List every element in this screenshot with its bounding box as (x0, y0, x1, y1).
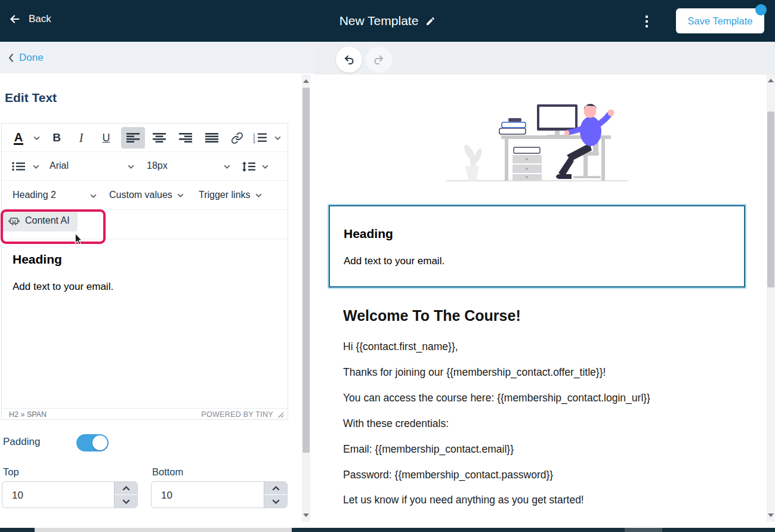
align-right-button[interactable] (174, 127, 197, 149)
bullet-list-chevron-icon[interactable] (29, 156, 42, 177)
bottom-scroll-track (0, 528, 35, 532)
back-label: Back (29, 13, 51, 25)
selected-text-block[interactable]: Heading Add text to your email. (329, 205, 745, 287)
custom-values-dropdown[interactable]: Custom values (109, 190, 184, 200)
editor-content-area[interactable]: Heading Add text to your email. (2, 239, 288, 408)
canvas-scrollbar-thumb[interactable] (767, 112, 774, 287)
scroll-down-arrow[interactable] (303, 514, 309, 517)
mouse-cursor-icon (74, 233, 84, 248)
padding-top-field (2, 481, 138, 508)
bottom-scroll-track (662, 528, 775, 532)
stepper-down-button[interactable] (115, 495, 137, 508)
ordered-list-chevron-icon[interactable] (270, 127, 285, 149)
bullet-list-button[interactable] (8, 156, 29, 177)
stepper-up-button[interactable] (264, 482, 287, 494)
font-size-chevron-icon[interactable] (220, 156, 233, 177)
email-paragraph[interactable]: With these credentials: (343, 417, 449, 430)
robot-icon (8, 215, 20, 227)
left-scrollbar-thumb[interactable] (302, 88, 310, 453)
line-height-chevron-icon[interactable] (258, 156, 271, 177)
custom-values-chevron-icon (177, 193, 184, 197)
block-format-chevron-icon[interactable] (87, 185, 100, 206)
padding-bottom-label: Bottom (152, 466, 183, 478)
block-body-text: Add text to your email. (344, 255, 444, 267)
editor-statusbar: H2 » SPAN POWERED BY TINY (2, 408, 288, 421)
block-format-dropdown[interactable]: Heading 2 (13, 190, 56, 200)
editor-heading[interactable]: Heading (13, 252, 62, 267)
email-paragraph[interactable]: Hi {{contact.first_name}}, (343, 341, 458, 353)
link-button[interactable] (226, 127, 248, 149)
line-height-button[interactable] (238, 156, 260, 177)
padding-top-label: Top (3, 466, 19, 478)
more-options-kebab-icon[interactable] (642, 14, 652, 29)
text-color-chevron-icon[interactable] (30, 127, 42, 149)
trigger-links-chevron-icon (255, 193, 262, 197)
scroll-up-arrow[interactable] (303, 79, 309, 83)
back-arrow-icon (7, 13, 23, 26)
toolbar-row-font: Arial 18px (2, 152, 288, 181)
resize-grip-icon[interactable] (277, 412, 284, 420)
padding-label: Padding (3, 436, 40, 448)
ordered-list-button[interactable]: 123 (249, 127, 270, 149)
padding-top-stepper (114, 482, 137, 508)
done-bar: Done (0, 42, 313, 73)
padding-bottom-field (151, 481, 288, 508)
desk-illustration (441, 100, 632, 187)
scroll-down-arrow[interactable] (768, 514, 774, 517)
bottom-scroll-track (292, 528, 625, 532)
stepper-down-button[interactable] (264, 495, 287, 508)
font-size-dropdown[interactable]: 18px (147, 160, 168, 171)
top-navbar (0, 0, 775, 42)
element-path[interactable]: H2 » SPAN (9, 410, 47, 419)
toolbar-row-formatting: A B I U 123 (2, 123, 288, 152)
scroll-up-arrow[interactable] (768, 79, 774, 82)
bottom-scrollbar-thumb[interactable] (35, 528, 292, 532)
canvas-scrollbar[interactable] (767, 75, 775, 522)
padding-bottom-stepper (264, 482, 287, 508)
justify-button[interactable] (200, 127, 224, 149)
email-paragraph[interactable]: You can access the course here: {{member… (343, 392, 650, 404)
content-ai-button[interactable]: Content AI (2, 210, 78, 231)
stepper-up-button[interactable] (115, 482, 137, 494)
redo-button[interactable] (366, 47, 392, 73)
content-ai-label: Content AI (25, 215, 70, 226)
powered-by-label: POWERED BY TINY (201, 410, 273, 419)
text-color-button[interactable]: A (7, 127, 30, 149)
chevron-left-icon (8, 54, 14, 62)
block-heading: Heading (344, 227, 393, 241)
underline-button[interactable]: U (95, 127, 117, 149)
undo-button[interactable] (336, 47, 362, 73)
padding-top-input[interactable] (11, 482, 97, 508)
padding-bottom-input[interactable] (160, 482, 246, 508)
back-button[interactable]: Back (7, 13, 51, 26)
bottom-scrollbar-thumb[interactable] (625, 528, 662, 532)
save-template-button[interactable]: Save Template (676, 8, 764, 33)
svg-text:3: 3 (253, 140, 255, 143)
italic-button[interactable]: I (70, 127, 92, 149)
email-paragraph[interactable]: Email: {{membership_contact.email}} (343, 443, 514, 456)
bold-button[interactable]: B (46, 127, 67, 149)
font-family-dropdown[interactable]: Arial (50, 160, 69, 171)
toolbar-row-ai: Content AI (2, 210, 288, 239)
toggle-knob (92, 435, 107, 450)
text-editor-widget: A B I U 123 Arial 18px (1, 123, 288, 420)
email-paragraph[interactable]: Let us know if you need anything as you … (343, 494, 584, 506)
email-paragraph[interactable]: Password: {{membership_contact.password}… (343, 469, 553, 481)
email-title[interactable]: Welcome To The Course! (343, 307, 521, 324)
email-paragraph[interactable]: Thanks for joining our {{membership_cont… (343, 366, 606, 379)
done-label: Done (19, 52, 44, 64)
toolbar-row-blocks: Heading 2 Custom values Trigger links (2, 181, 288, 210)
editor-body-text[interactable]: Add text to your email. (13, 281, 113, 293)
edit-title-pencil-icon[interactable] (425, 16, 436, 26)
left-panel-scrollbar[interactable] (302, 75, 310, 522)
font-family-chevron-icon[interactable] (124, 156, 137, 177)
done-button[interactable]: Done (8, 52, 44, 64)
padding-toggle[interactable] (76, 434, 109, 451)
notification-dot (755, 4, 767, 16)
trigger-links-dropdown[interactable]: Trigger links (199, 190, 262, 200)
align-left-button[interactable] (121, 127, 145, 149)
align-center-button[interactable] (147, 127, 171, 149)
panel-title: Edit Text (5, 91, 57, 105)
